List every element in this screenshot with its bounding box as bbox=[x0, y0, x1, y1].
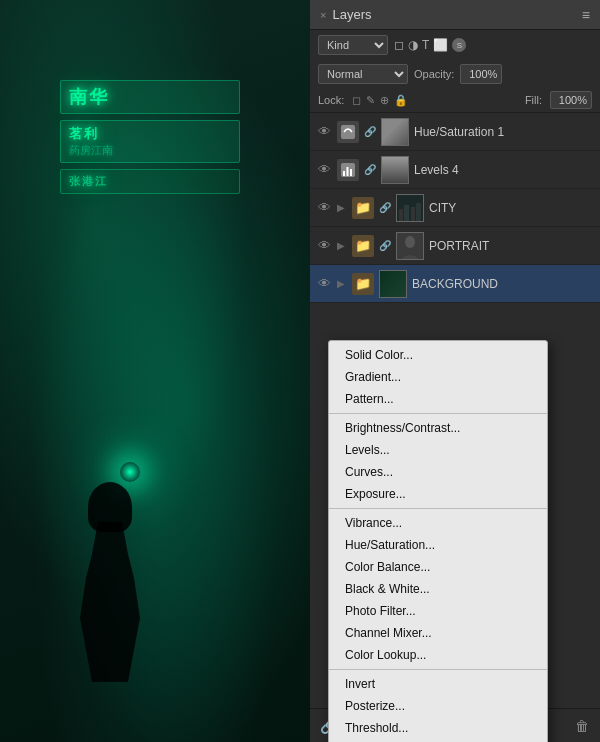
layer-name: Hue/Saturation 1 bbox=[414, 125, 594, 139]
svg-rect-0 bbox=[341, 125, 355, 139]
menu-item-color-lookup[interactable]: Color Lookup... bbox=[329, 644, 547, 666]
layer-type-icon-group: 📁 bbox=[352, 235, 374, 257]
menu-item-vibrance[interactable]: Vibrance... bbox=[329, 512, 547, 534]
layer-thumbnail bbox=[379, 270, 407, 298]
layer-row[interactable]: 👁 ▶ 📁 🔗 PORTRAIT bbox=[310, 227, 600, 265]
svg-rect-8 bbox=[411, 207, 415, 221]
layer-row[interactable]: 👁 🔗 Levels 4 bbox=[310, 151, 600, 189]
menu-item-posterize[interactable]: Posterize... bbox=[329, 695, 547, 717]
opacity-label: Opacity: bbox=[414, 68, 454, 80]
layer-thumbnail bbox=[381, 156, 409, 184]
lock-row: Lock: ◻ ✎ ⊕ 🔒 Fill: bbox=[310, 88, 600, 113]
svg-rect-2 bbox=[343, 171, 345, 176]
svg-rect-4 bbox=[350, 169, 352, 176]
layer-name: PORTRAIT bbox=[429, 239, 594, 253]
layer-name: Levels 4 bbox=[414, 163, 594, 177]
kind-select[interactable]: Kind bbox=[318, 35, 388, 55]
layer-type-icon-group: 📁 bbox=[352, 273, 374, 295]
lock-all-icon[interactable]: 🔒 bbox=[394, 94, 408, 107]
svg-point-11 bbox=[405, 236, 415, 248]
eye-icon[interactable]: 👁 bbox=[316, 162, 332, 177]
eye-icon[interactable]: 👁 bbox=[316, 238, 332, 253]
kind-icon-smartobject[interactable]: S bbox=[452, 38, 466, 52]
eye-icon[interactable]: 👁 bbox=[316, 124, 332, 139]
layer-name: CITY bbox=[429, 201, 594, 215]
menu-item-levels[interactable]: Levels... bbox=[329, 439, 547, 461]
svg-rect-3 bbox=[347, 167, 349, 176]
layer-type-icon-huesat bbox=[337, 121, 359, 143]
neon-signs: 南华 茗利 药房江南 张港江 bbox=[60, 80, 240, 280]
panel-title: Layers bbox=[332, 7, 371, 22]
group-expand-icon[interactable]: ▶ bbox=[337, 278, 347, 289]
figure-silhouette bbox=[80, 522, 140, 682]
layer-type-icon-group: 📁 bbox=[352, 197, 374, 219]
menu-item-invert[interactable]: Invert bbox=[329, 673, 547, 695]
lock-icons: ◻ ✎ ⊕ 🔒 bbox=[352, 94, 408, 107]
menu-separator bbox=[329, 413, 547, 414]
layer-link-icon: 🔗 bbox=[364, 164, 376, 175]
menu-item-color-balance[interactable]: Color Balance... bbox=[329, 556, 547, 578]
layer-name: BACKGROUND bbox=[412, 277, 594, 291]
dropdown-menu: Solid Color... Gradient... Pattern... Br… bbox=[328, 340, 548, 742]
layers-panel: × Layers ≡ Kind ◻ ◑ T ⬜ S Normal Opacity… bbox=[310, 0, 600, 742]
eye-icon[interactable]: 👁 bbox=[316, 276, 332, 291]
menu-item-curves[interactable]: Curves... bbox=[329, 461, 547, 483]
menu-item-brightness-contrast[interactable]: Brightness/Contrast... bbox=[329, 417, 547, 439]
menu-item-hue-saturation[interactable]: Hue/Saturation... bbox=[329, 534, 547, 556]
blend-row: Normal Opacity: bbox=[310, 60, 600, 88]
layer-thumbnail bbox=[396, 232, 424, 260]
menu-item-gradient[interactable]: Gradient... bbox=[329, 366, 547, 388]
panel-menu-icon[interactable]: ≡ bbox=[582, 7, 590, 23]
canvas-area: 南华 茗利 药房江南 张港江 bbox=[0, 0, 310, 742]
kind-icon-shape[interactable]: ⬜ bbox=[433, 38, 448, 52]
fill-input[interactable] bbox=[550, 91, 592, 109]
fill-label: Fill: bbox=[525, 94, 542, 106]
svg-rect-9 bbox=[416, 203, 421, 221]
kind-icon-pixel[interactable]: ◻ bbox=[394, 38, 404, 52]
menu-separator bbox=[329, 669, 547, 670]
layer-thumbnail bbox=[396, 194, 424, 222]
kind-icon-adjustment[interactable]: ◑ bbox=[408, 38, 418, 52]
layer-link-icon: 🔗 bbox=[364, 126, 376, 137]
menu-item-photo-filter[interactable]: Photo Filter... bbox=[329, 600, 547, 622]
menu-item-channel-mixer[interactable]: Channel Mixer... bbox=[329, 622, 547, 644]
layer-link-icon: 🔗 bbox=[379, 240, 391, 251]
group-expand-icon[interactable]: ▶ bbox=[337, 202, 347, 213]
blend-mode-select[interactable]: Normal bbox=[318, 64, 408, 84]
menu-item-black-white[interactable]: Black & White... bbox=[329, 578, 547, 600]
kind-row: Kind ◻ ◑ T ⬜ S bbox=[310, 30, 600, 60]
lock-position-icon[interactable]: ⊕ bbox=[380, 94, 389, 107]
menu-item-solid-color[interactable]: Solid Color... bbox=[329, 344, 547, 366]
layer-row[interactable]: 👁 ▶ 📁 BACKGROUND bbox=[310, 265, 600, 303]
opacity-input[interactable] bbox=[460, 64, 502, 84]
lock-image-icon[interactable]: ✎ bbox=[366, 94, 375, 107]
layer-link-icon: 🔗 bbox=[379, 202, 391, 213]
light-burst bbox=[120, 462, 140, 482]
kind-icons: ◻ ◑ T ⬜ S bbox=[394, 38, 466, 52]
menu-item-threshold[interactable]: Threshold... bbox=[329, 717, 547, 739]
svg-rect-6 bbox=[399, 209, 403, 221]
menu-item-pattern[interactable]: Pattern... bbox=[329, 388, 547, 410]
delete-icon[interactable]: 🗑 bbox=[572, 718, 592, 734]
group-expand-icon[interactable]: ▶ bbox=[337, 240, 347, 251]
close-button[interactable]: × bbox=[320, 9, 326, 21]
lock-label: Lock: bbox=[318, 94, 344, 106]
kind-icon-type[interactable]: T bbox=[422, 38, 429, 52]
layer-row[interactable]: 👁 🔗 Hue/Saturation 1 bbox=[310, 113, 600, 151]
eye-icon[interactable]: 👁 bbox=[316, 200, 332, 215]
layer-row[interactable]: 👁 ▶ 📁 🔗 CITY bbox=[310, 189, 600, 227]
menu-separator bbox=[329, 508, 547, 509]
layer-thumbnail bbox=[381, 118, 409, 146]
menu-item-exposure[interactable]: Exposure... bbox=[329, 483, 547, 505]
lock-transparent-icon[interactable]: ◻ bbox=[352, 94, 361, 107]
panel-header: × Layers ≡ bbox=[310, 0, 600, 30]
layer-type-icon-levels bbox=[337, 159, 359, 181]
svg-rect-7 bbox=[404, 205, 409, 221]
